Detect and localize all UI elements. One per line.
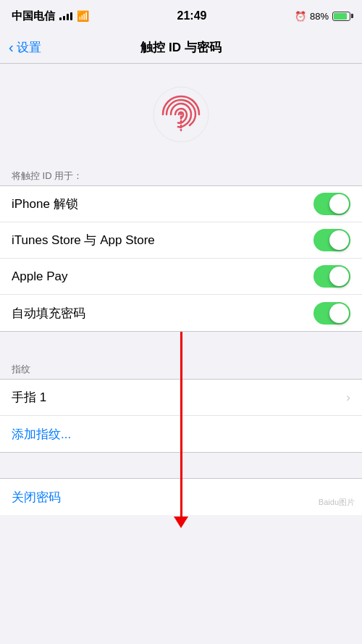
back-label: 设置: [17, 39, 41, 56]
apple-pay-row[interactable]: Apple Pay: [0, 259, 362, 295]
add-fingerprint-label: 添加指纹...: [12, 426, 71, 443]
back-chevron-icon: ‹: [9, 40, 14, 54]
apple-pay-label: Apple Pay: [12, 269, 68, 284]
signal-bar-3: [67, 14, 69, 20]
nav-bar: ‹ 设置 触控 ID 与密码: [0, 32, 362, 64]
fingerprint-section-label: 指纹: [12, 364, 30, 375]
itunes-store-toggle[interactable]: [313, 229, 350, 251]
touch-id-section-label: 将触控 ID 用于：: [12, 170, 83, 181]
alarm-icon: ⏰: [295, 11, 306, 22]
autofill-password-toggle[interactable]: [313, 302, 350, 325]
signal-bars: [59, 12, 72, 20]
status-left: 中国电信 📶: [12, 9, 89, 23]
touch-id-section-header: 将触控 ID 用于：: [0, 164, 362, 185]
battery-container: [332, 12, 350, 21]
iphone-unlock-row[interactable]: iPhone 解锁: [0, 186, 362, 222]
battery-icon: [332, 12, 350, 21]
itunes-store-row[interactable]: iTunes Store 与 App Store: [0, 222, 362, 259]
main-content: 将触控 ID 用于： iPhone 解锁 iTunes Store 与 App …: [0, 64, 362, 515]
carrier-label: 中国电信: [12, 9, 55, 23]
page-title: 触控 ID 与密码: [140, 39, 221, 56]
signal-bar-2: [63, 16, 65, 20]
apple-pay-toggle[interactable]: [313, 265, 350, 288]
iphone-unlock-toggle[interactable]: [313, 193, 350, 215]
arrow-head-icon: [174, 517, 188, 528]
toggle-knob: [329, 194, 349, 214]
arrow-line: [180, 332, 182, 517]
status-right: ⏰ 88%: [295, 11, 350, 22]
chevron-right-icon: ›: [346, 390, 350, 405]
toggle-knob-2: [329, 230, 349, 250]
itunes-store-label: iTunes Store 与 App Store: [12, 232, 155, 248]
close-passcode-label: 关闭密码: [12, 489, 61, 506]
touch-id-toggles-group: iPhone 解锁 iTunes Store 与 App Store Apple…: [0, 185, 362, 332]
toggle-knob-3: [329, 267, 349, 286]
signal-bar-1: [59, 17, 62, 20]
autofill-password-row[interactable]: 自动填充密码: [0, 295, 362, 331]
fingerprint-icon: [152, 85, 210, 143]
iphone-unlock-label: iPhone 解锁: [12, 196, 78, 212]
back-button[interactable]: ‹ 设置: [9, 39, 41, 56]
autofill-password-label: 自动填充密码: [12, 305, 85, 322]
signal-bar-4: [70, 12, 72, 20]
status-bar: 中国电信 📶 21:49 ⏰ 88%: [0, 0, 362, 32]
fingerprint-section: [0, 64, 362, 164]
battery-fill: [334, 13, 347, 20]
time-display: 21:49: [177, 9, 207, 22]
battery-percent: 88%: [310, 11, 329, 22]
wifi-icon: 📶: [77, 10, 89, 22]
finger-1-label: 手指 1: [12, 389, 46, 406]
toggle-knob-4: [329, 304, 349, 323]
watermark: Baidu图片: [319, 497, 355, 508]
